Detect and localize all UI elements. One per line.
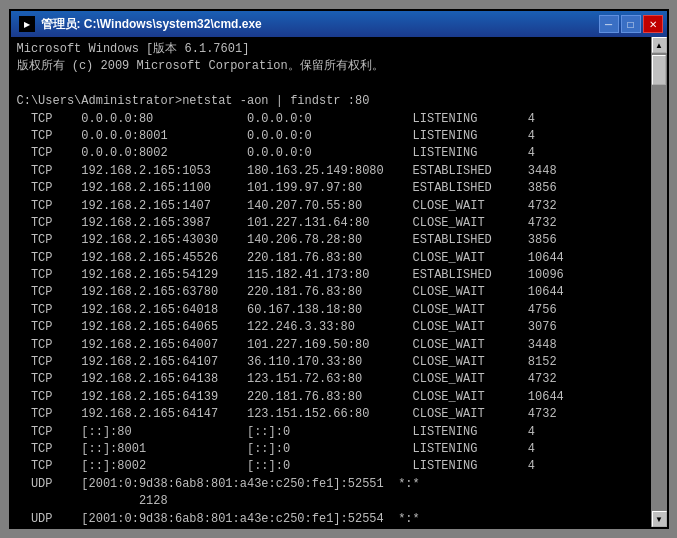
scroll-up-button[interactable]: ▲ [652,37,667,53]
cmd-window: 管理员: C:\Windows\system32\cmd.exe ─ □ ✕ M… [9,9,669,529]
title-bar-left: 管理员: C:\Windows\system32\cmd.exe [19,16,262,33]
content-area: Microsoft Windows [版本 6.1.7601] 版权所有 (c)… [11,37,667,527]
title-bar: 管理员: C:\Windows\system32\cmd.exe ─ □ ✕ [11,11,667,37]
terminal-output[interactable]: Microsoft Windows [版本 6.1.7601] 版权所有 (c)… [11,37,651,527]
scroll-track[interactable] [652,53,667,511]
scroll-down-button[interactable]: ▼ [652,511,667,527]
scroll-thumb[interactable] [652,55,666,85]
window-controls: ─ □ ✕ [599,15,663,33]
minimize-button[interactable]: ─ [599,15,619,33]
scrollbar[interactable]: ▲ ▼ [651,37,667,527]
window-title: 管理员: C:\Windows\system32\cmd.exe [41,16,262,33]
maximize-button[interactable]: □ [621,15,641,33]
cmd-icon [19,16,35,32]
close-button[interactable]: ✕ [643,15,663,33]
